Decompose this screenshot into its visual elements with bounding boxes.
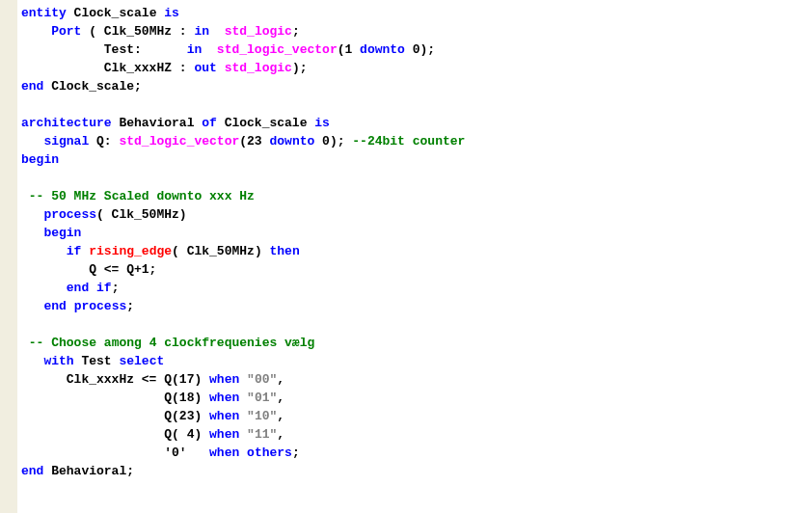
token-plain: , xyxy=(277,427,284,442)
token-plain: ); xyxy=(292,61,308,75)
code-line xyxy=(21,169,808,187)
token-kw: end xyxy=(21,79,43,94)
token-kw: begin xyxy=(43,226,81,240)
token-plain: Q( 4) xyxy=(21,427,209,442)
token-plain: Behavioral; xyxy=(43,464,134,478)
token-plain: Test xyxy=(74,354,120,368)
token-fn: rising_edge xyxy=(89,244,172,258)
token-str: "11" xyxy=(247,427,277,442)
token-kw: in xyxy=(194,24,209,39)
token-plain: Behavioral xyxy=(112,116,203,130)
token-kw: when xyxy=(209,427,239,442)
token-kw: entity xyxy=(21,6,67,20)
token-kw: if xyxy=(96,281,112,295)
token-comment: -- Choose among 4 clockfrequenies vælg xyxy=(29,336,314,350)
token-plain: Clk_xxxHZ : xyxy=(21,61,194,75)
code-line: if rising_edge( Clk_50MHz) then xyxy=(21,242,808,260)
token-plain xyxy=(21,24,51,39)
token-kw: of xyxy=(202,116,217,130)
code-viewer: entity Clock_scale is Port ( Clk_50MHz :… xyxy=(17,0,812,513)
token-kw: is xyxy=(314,116,330,130)
token-plain xyxy=(239,427,247,442)
token-kw: begin xyxy=(21,152,59,167)
token-plain: , xyxy=(277,409,284,423)
token-kw: Port xyxy=(51,24,81,39)
token-str: "00" xyxy=(247,372,277,387)
code-line xyxy=(21,95,808,114)
token-plain: 0); xyxy=(314,134,352,148)
code-line: '0' when others; xyxy=(21,444,808,462)
token-kw: when xyxy=(209,372,239,387)
token-plain xyxy=(21,226,43,240)
code-line: Clk_xxxHz <= Q(17) when "00", xyxy=(21,370,808,389)
token-plain: ( Clk_50MHz : xyxy=(81,24,194,39)
token-kw: when xyxy=(209,409,239,423)
token-plain xyxy=(202,42,217,57)
token-kw: with xyxy=(43,354,73,368)
token-plain xyxy=(217,61,225,75)
code-line: Test: in std_logic_vector(1 downto 0); xyxy=(21,40,808,59)
token-kw: signal xyxy=(43,134,89,148)
token-plain xyxy=(239,446,247,460)
token-type: std_logic_vector xyxy=(119,134,239,148)
token-kw: others xyxy=(247,446,292,460)
token-kw: end xyxy=(43,299,66,313)
code-line: process( Clk_50MHz) xyxy=(21,205,808,224)
token-str: "01" xyxy=(247,391,277,405)
token-plain: Q: xyxy=(89,134,119,148)
code-line: with Test select xyxy=(21,352,808,370)
left-gutter xyxy=(0,0,17,513)
token-plain xyxy=(209,24,225,39)
token-plain: ; xyxy=(292,446,300,460)
token-plain: Q(23) xyxy=(21,409,209,423)
token-plain: (23 xyxy=(239,134,269,148)
token-type: std_logic xyxy=(225,61,292,75)
token-plain: , xyxy=(277,372,284,387)
token-plain xyxy=(21,281,67,295)
token-comment: --24bit counter xyxy=(352,134,465,148)
code-line: architecture Behavioral of Clock_scale i… xyxy=(21,114,808,132)
token-plain: 0); xyxy=(405,42,435,57)
token-kw: downto xyxy=(360,42,405,57)
token-kw: then xyxy=(269,244,299,258)
token-kw: architecture xyxy=(21,116,112,130)
token-plain xyxy=(21,189,29,203)
token-plain xyxy=(21,336,29,350)
code-line: Q <= Q+1; xyxy=(21,260,808,279)
token-kw: if xyxy=(67,244,82,258)
token-kw: in xyxy=(187,42,203,57)
token-plain xyxy=(21,207,43,222)
code-line: begin xyxy=(21,150,808,169)
token-plain xyxy=(21,354,43,368)
code-line xyxy=(21,315,808,334)
token-plain: Test: xyxy=(21,42,187,57)
token-type: std_logic xyxy=(225,24,292,39)
token-plain xyxy=(67,299,74,313)
token-kw: process xyxy=(43,207,96,222)
code-line: Q( 4) when "11", xyxy=(21,425,808,444)
token-plain: Clk_xxxHz <= Q(17) xyxy=(21,372,209,387)
token-plain: , xyxy=(277,391,284,405)
code-line: Clk_xxxHZ : out std_logic); xyxy=(21,59,808,77)
token-kw: downto xyxy=(269,134,314,148)
code-line: begin xyxy=(21,224,808,242)
token-plain: ; xyxy=(292,24,300,39)
token-plain xyxy=(239,391,247,405)
code-line: end Clock_scale; xyxy=(21,77,808,95)
token-plain: ; xyxy=(112,281,120,295)
code-line: end Behavioral; xyxy=(21,462,808,480)
code-line: signal Q: std_logic_vector(23 downto 0);… xyxy=(21,132,808,150)
code-line: -- Choose among 4 clockfrequenies vælg xyxy=(21,334,808,352)
token-kw: end xyxy=(67,281,89,295)
code-line: entity Clock_scale is xyxy=(21,4,808,22)
token-plain xyxy=(239,409,247,423)
code-line: Q(18) when "01", xyxy=(21,389,808,407)
token-plain: Q(18) xyxy=(21,391,209,405)
token-plain: Q <= Q+1; xyxy=(21,262,156,277)
token-plain: Clock_scale; xyxy=(43,79,141,94)
token-kw: out xyxy=(194,61,216,75)
token-kw: process xyxy=(74,299,127,313)
token-plain xyxy=(239,372,247,387)
token-plain: ; xyxy=(126,299,134,313)
token-plain: (1 xyxy=(338,42,360,57)
